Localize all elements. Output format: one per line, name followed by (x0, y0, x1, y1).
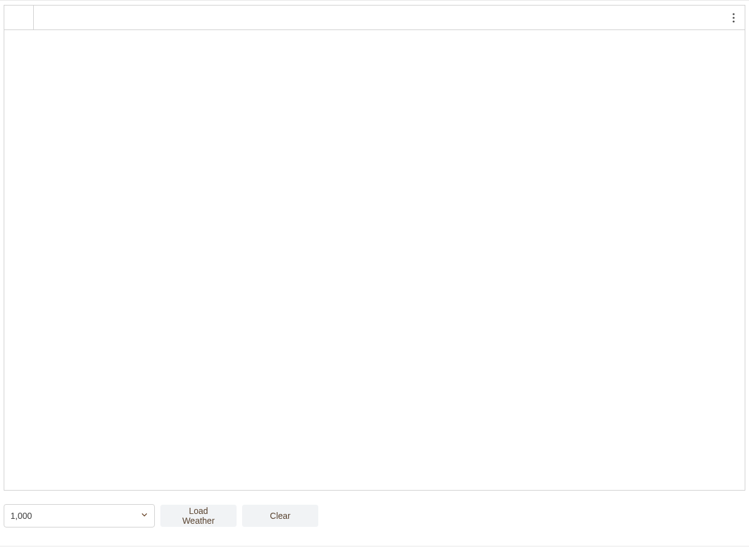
bottom-toolbar: 1,000 Load Weather Clear (4, 504, 745, 527)
panel-body-empty (4, 30, 745, 490)
data-panel (4, 5, 745, 491)
panel-header-toolbar (34, 6, 745, 29)
svg-point-0 (732, 13, 734, 15)
row-count-select-wrap: 1,000 (4, 504, 155, 527)
panel-header (4, 6, 745, 30)
clear-button[interactable]: Clear (242, 505, 318, 527)
svg-point-1 (732, 17, 734, 18)
more-options-button[interactable] (727, 9, 740, 26)
load-weather-button[interactable]: Load Weather (160, 505, 237, 527)
svg-point-2 (732, 20, 734, 22)
more-vert-icon (732, 13, 735, 23)
page-root: 1,000 Load Weather Clear (0, 0, 749, 546)
row-count-select[interactable]: 1,000 (4, 504, 155, 527)
panel-header-corner-cell[interactable] (4, 6, 34, 29)
